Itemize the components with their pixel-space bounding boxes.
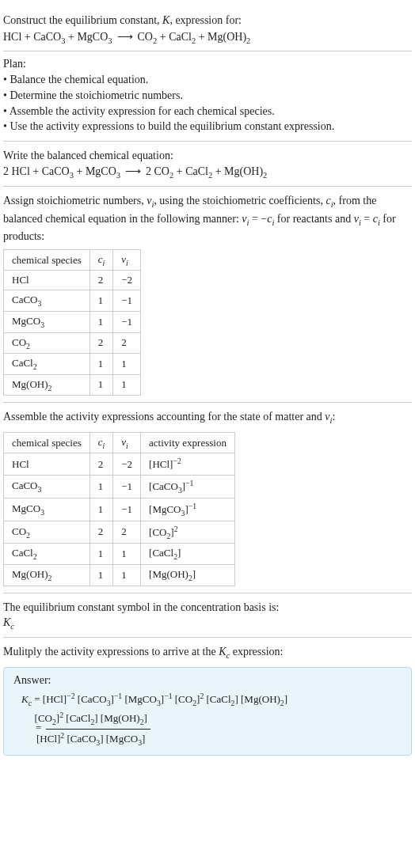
- table-row: MgCO31−1[MgCO3]−1: [4, 498, 235, 521]
- table-row: Mg(OH)211: [4, 374, 141, 396]
- cell: CO2: [4, 521, 90, 544]
- cell: −2: [113, 453, 141, 475]
- cell: 2: [113, 332, 141, 354]
- table-header-row: chemical species ci νi activity expressi…: [4, 432, 235, 453]
- plan-title: Plan:: [3, 58, 412, 70]
- answer-equation-fraction: = [CO2]2 [CaCl2] [Mg(OH)2] [HCl]2 [CaCO3…: [13, 709, 402, 749]
- activity-intro: Assemble the activity expressions accoun…: [3, 409, 412, 426]
- kc-basis-line: The equilibrium constant symbol in the c…: [3, 600, 412, 616]
- cell: 1: [89, 311, 113, 332]
- final-section: Mulitply the activity expressions to arr…: [3, 638, 412, 762]
- cell: −1: [113, 290, 141, 312]
- cell: [HCl]−2: [141, 453, 235, 475]
- cell: CO2: [4, 332, 90, 354]
- cell: Mg(OH)2: [4, 374, 90, 396]
- cell: CaCO3: [4, 475, 90, 498]
- plan-item: • Balance the chemical equation.: [3, 72, 412, 88]
- col-nui: νi: [113, 249, 141, 271]
- table-row: CaCl211: [4, 354, 141, 375]
- cell: MgCO3: [4, 498, 90, 521]
- cell: [Mg(OH)2]: [141, 565, 235, 586]
- cell: −2: [113, 271, 141, 290]
- fraction-numerator: [CO2]2 [CaCl2] [Mg(OH)2]: [46, 709, 150, 730]
- table-row: CO222[CO2]2: [4, 521, 235, 544]
- activity-section: Assemble the activity expressions accoun…: [3, 403, 412, 593]
- answer-title: Answer:: [13, 674, 402, 687]
- plan-item: • Assemble the activity expression for e…: [3, 104, 412, 119]
- cell: Mg(OH)2: [4, 565, 90, 586]
- cell: 1: [113, 544, 141, 565]
- cell: [CaCO3]−1: [141, 475, 235, 498]
- intro-line: Construct the equilibrium constant, K, e…: [3, 13, 412, 28]
- col-ci: ci: [89, 432, 113, 453]
- kc-symbol: Kc: [3, 616, 412, 631]
- cell: HCl: [4, 271, 90, 290]
- table-row: CaCO31−1: [4, 290, 141, 312]
- table-row: CaCO31−1[CaCO3]−1: [4, 475, 235, 498]
- cell: 1: [89, 475, 113, 498]
- col-species: chemical species: [4, 249, 90, 271]
- balanced-section: Write the balanced chemical equation: 2 …: [3, 142, 412, 187]
- col-ci: ci: [89, 249, 113, 271]
- answer-equation-flat: Kc = [HCl]−2 [CaCO3]−1 [MgCO3]−1 [CO2]2 …: [13, 690, 402, 710]
- cell: −1: [113, 498, 141, 521]
- plan-item: • Use the activity expressions to build …: [3, 119, 412, 135]
- plan-item: • Determine the stoichiometric numbers.: [3, 88, 412, 104]
- fraction: [CO2]2 [CaCl2] [Mg(OH)2] [HCl]2 [CaCO3] …: [46, 709, 150, 749]
- cell: HCl: [4, 453, 90, 475]
- cell: [MgCO3]−1: [141, 498, 235, 521]
- cell: 2: [113, 521, 141, 544]
- unbalanced-equation: HCl + CaCO3 + MgCO3⟶CO2 + CaCl2 + Mg(OH)…: [3, 30, 412, 45]
- cell: [CaCl2]: [141, 544, 235, 565]
- cell: 1: [89, 565, 113, 586]
- cell: 2: [89, 271, 113, 290]
- activity-table: chemical species ci νi activity expressi…: [3, 432, 235, 586]
- stoich-table: chemical species ci νi HCl2−2 CaCO31−1 M…: [3, 249, 141, 396]
- cell: CaCl2: [4, 544, 90, 565]
- cell: CaCO3: [4, 290, 90, 312]
- cell: 1: [89, 498, 113, 521]
- cell: 2: [89, 453, 113, 475]
- cell: 1: [113, 374, 141, 396]
- table-row: Mg(OH)211[Mg(OH)2]: [4, 565, 235, 586]
- cell: 1: [89, 354, 113, 375]
- balanced-equation: 2 HCl + CaCO3 + MgCO3⟶2 CO2 + CaCl2 + Mg…: [3, 165, 412, 180]
- cell: [CO2]2: [141, 521, 235, 544]
- multiply-intro: Mulitply the activity expressions to arr…: [3, 644, 412, 661]
- stoich-intro: Assign stoichiometric numbers, νi, using…: [3, 193, 412, 244]
- cell: MgCO3: [4, 311, 90, 332]
- balanced-title: Write the balanced chemical equation:: [3, 148, 412, 164]
- col-nui: νi: [113, 432, 141, 453]
- plan-section: Plan: • Balance the chemical equation. •…: [3, 51, 412, 141]
- cell: 2: [89, 521, 113, 544]
- kc-basis-section: The equilibrium constant symbol in the c…: [3, 593, 412, 638]
- cell: −1: [113, 475, 141, 498]
- table-row: HCl2−2: [4, 271, 141, 290]
- col-species: chemical species: [4, 432, 90, 453]
- intro-section: Construct the equilibrium constant, K, e…: [3, 6, 412, 51]
- cell: 1: [113, 354, 141, 375]
- cell: 1: [89, 544, 113, 565]
- cell: 2: [89, 332, 113, 354]
- table-row: HCl2−2[HCl]−2: [4, 453, 235, 475]
- cell: −1: [113, 311, 141, 332]
- col-activity: activity expression: [141, 432, 235, 453]
- fraction-denominator: [HCl]2 [CaCO3] [MgCO3]: [46, 730, 150, 749]
- answer-box: Answer: Kc = [HCl]−2 [CaCO3]−1 [MgCO3]−1…: [3, 667, 412, 756]
- table-row: CO222: [4, 332, 141, 354]
- stoich-section: Assign stoichiometric numbers, νi, using…: [3, 187, 412, 403]
- cell: 1: [89, 290, 113, 312]
- table-header-row: chemical species ci νi: [4, 249, 141, 271]
- cell: CaCl2: [4, 354, 90, 375]
- cell: 1: [113, 565, 141, 586]
- table-row: CaCl211[CaCl2]: [4, 544, 235, 565]
- table-row: MgCO31−1: [4, 311, 141, 332]
- cell: 1: [89, 374, 113, 396]
